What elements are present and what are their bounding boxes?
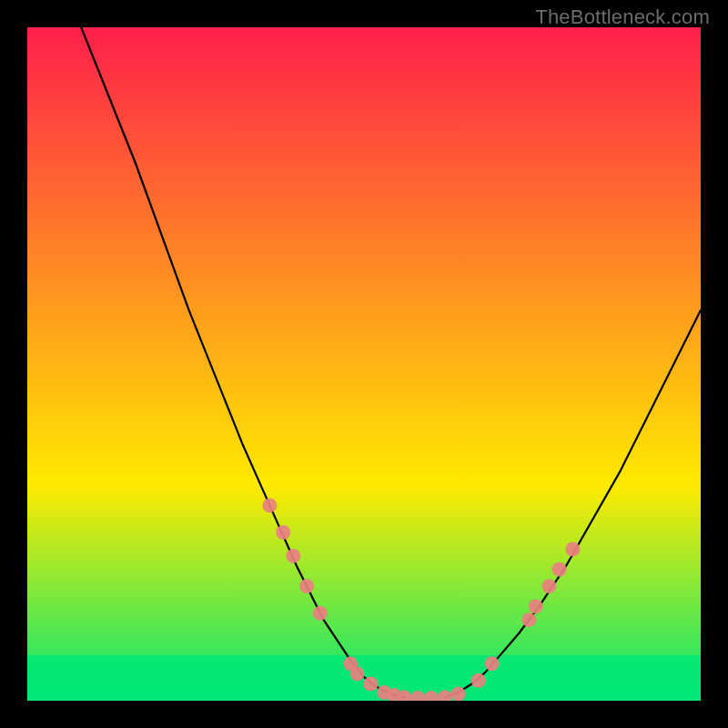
data-marker [542, 579, 557, 593]
data-marker [350, 666, 365, 681]
data-marker [451, 687, 466, 701]
data-marker [471, 673, 486, 688]
chart-frame: TheBottleneck.com [0, 0, 728, 728]
data-marker [276, 525, 290, 540]
gradient-background [27, 27, 701, 701]
data-marker [313, 606, 328, 621]
data-marker [485, 656, 500, 671]
data-marker [552, 562, 567, 577]
plot-area [27, 27, 701, 701]
data-marker [363, 677, 378, 692]
chart-svg [27, 27, 701, 701]
data-marker [529, 599, 543, 613]
data-marker [521, 612, 536, 627]
data-marker [565, 542, 580, 557]
data-marker [262, 498, 277, 512]
data-marker [286, 549, 300, 563]
data-marker [299, 579, 314, 593]
watermark-text: TheBottleneck.com [535, 5, 710, 29]
